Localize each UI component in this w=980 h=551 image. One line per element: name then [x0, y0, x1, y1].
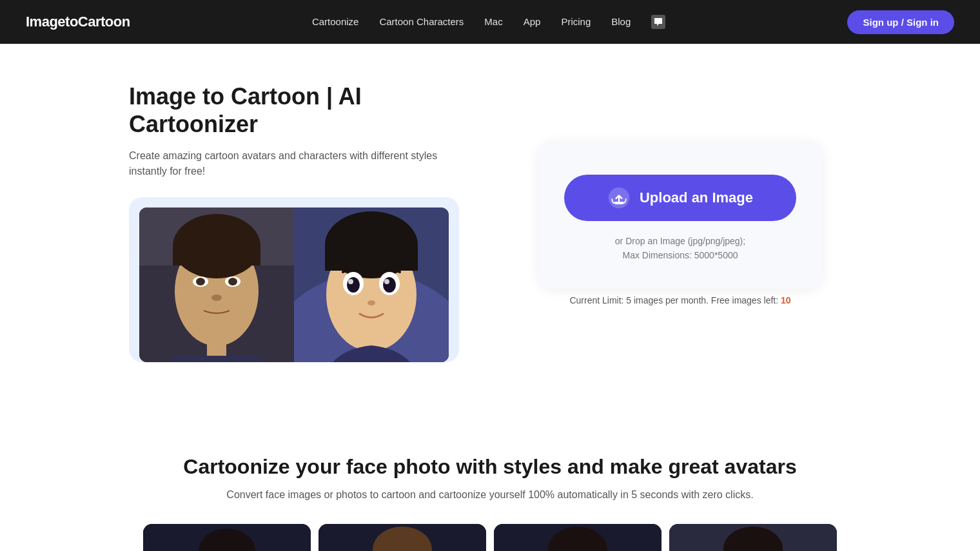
nav-cartoon-characters[interactable]: Cartoon Characters [379, 16, 464, 27]
nav-pricing[interactable]: Pricing [561, 16, 591, 27]
upload-card: Upload an Image or Drop an Image (jpg/pn… [538, 142, 822, 289]
svg-point-8 [228, 278, 237, 285]
hero-photo-cartoon [294, 208, 449, 362]
signup-button[interactable]: Sign up / Sign in [847, 10, 954, 34]
svg-point-22 [384, 279, 389, 284]
hero-section: Image to Cartoon | AI Cartoonizer Create… [103, 44, 877, 416]
nav-app[interactable]: App [524, 16, 541, 27]
svg-point-7 [196, 278, 205, 285]
cartoon-face-4 [669, 524, 837, 551]
svg-point-21 [348, 279, 353, 284]
hero-left: Image to Cartoon | AI Cartoonizer Create… [129, 82, 471, 365]
svg-point-23 [368, 300, 375, 305]
cartoon-card-1 [143, 524, 311, 551]
svg-rect-16 [325, 245, 418, 271]
face-real-svg [139, 208, 294, 362]
hero-right: Upload an Image or Drop an Image (jpg/pn… [509, 142, 851, 305]
face-cartoon-svg [294, 208, 449, 362]
hero-photo-original [139, 208, 294, 362]
svg-rect-59 [723, 548, 783, 551]
nav-blog[interactable]: Blog [611, 16, 631, 27]
svg-point-20 [383, 277, 396, 293]
limit-count: 10 [781, 295, 791, 305]
nav-links: Cartoonize Cartoon Characters Mac App Pr… [312, 15, 665, 30]
cartoon-card-2 [318, 524, 486, 551]
cartoon-face-1 [143, 524, 311, 551]
upload-button[interactable]: Upload an Image [564, 175, 796, 221]
hero-image-wrapper [129, 197, 459, 362]
hero-images [139, 208, 449, 362]
limit-text: Current Limit: 5 images per month. Free … [569, 295, 790, 305]
cartoon-card-3 [494, 524, 662, 551]
upload-button-label: Upload an Image [640, 189, 753, 206]
upload-icon [607, 186, 631, 209]
chat-icon[interactable] [651, 15, 665, 29]
svg-point-19 [347, 277, 360, 293]
section2-title: Cartoonize your face photo with styles a… [26, 455, 954, 479]
hero-title: Image to Cartoon | AI Cartoonizer [129, 82, 471, 138]
svg-rect-11 [172, 356, 262, 362]
hero-description: Create amazing cartoon avatars and chara… [129, 148, 471, 179]
svg-point-9 [211, 295, 222, 301]
cartoon-face-3 [494, 524, 662, 551]
nav-mac[interactable]: Mac [484, 16, 502, 27]
upload-hint: or Drop an Image (jpg/png/jpeg); Max Dim… [615, 234, 745, 263]
svg-rect-4 [173, 246, 260, 266]
cartoon-card-4 [669, 524, 837, 551]
navbar: ImagetoCartoon Cartoonize Cartoon Charac… [0, 0, 980, 44]
section2: Cartoonize your face photo with styles a… [0, 416, 980, 551]
section2-description: Convert face images or photos to cartoon… [26, 489, 954, 501]
nav-cartoonize[interactable]: Cartoonize [312, 16, 359, 27]
cartoon-gallery [103, 524, 877, 551]
brand-logo[interactable]: ImagetoCartoon [26, 14, 130, 30]
cartoon-face-2 [318, 524, 486, 551]
